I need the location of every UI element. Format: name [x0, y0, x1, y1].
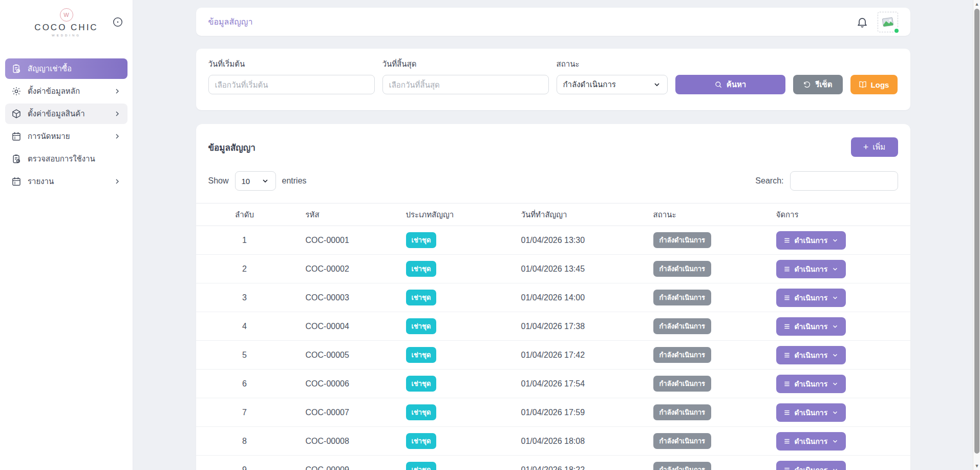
- notification-bell-icon[interactable]: [856, 16, 868, 28]
- sidebar-item-label: ตรวจสอบการใช้งาน: [28, 153, 121, 165]
- scrollbar-up-arrow[interactable]: ▲: [973, 0, 980, 8]
- vertical-scrollbar[interactable]: ▲ ▼: [973, 0, 980, 470]
- sidebar-item[interactable]: สัญญาเช่าซื้อ: [5, 58, 127, 79]
- section-title: ข้อมูลสัญญา: [208, 140, 255, 154]
- contracts-panel: ข้อมูลสัญญา + เพิ่ม Show 10 entries: [196, 124, 910, 470]
- refresh-icon: [803, 80, 811, 89]
- user-avatar[interactable]: [878, 12, 898, 32]
- contract-type-badge: เช่าชุด: [406, 462, 437, 470]
- status-badge: กำลังดำเนินการ: [653, 462, 712, 470]
- chevron-right-icon: [113, 87, 121, 95]
- contract-code: COC-00008: [293, 437, 394, 446]
- chevron-down-icon: [832, 409, 839, 416]
- table-search-input[interactable]: [790, 171, 898, 191]
- start-date-field: วันที่เริ่มต้น: [208, 58, 375, 94]
- chevron-down-icon: [832, 237, 839, 244]
- table-row: 7 COC-00007 เช่าชุด 01/04/2026 17:59 กำล…: [196, 398, 910, 427]
- sidebar: W COCO CHIC WEDDING สัญญาเช่าซื้อ ตั้งค่…: [0, 0, 133, 470]
- page-title: ข้อมูลสัญญา: [208, 15, 253, 28]
- sidebar-item[interactable]: ตั้งค่าข้อมูลหลัก: [5, 81, 127, 101]
- contract-type-badge: เช่าชุด: [406, 261, 437, 277]
- sidebar-item[interactable]: ตั้งค่าข้อมูลสินค้า: [5, 104, 127, 124]
- list-icon: [783, 352, 791, 359]
- contract-type-badge: เช่าชุด: [406, 404, 437, 420]
- row-number: 8: [196, 437, 293, 446]
- status-selected-value: กำลังดำเนินการ: [563, 78, 616, 91]
- status-label: สถานะ: [557, 58, 668, 70]
- row-number: 5: [196, 351, 293, 360]
- row-action-button[interactable]: ดำเนินการ: [776, 375, 846, 393]
- row-action-button[interactable]: ดำเนินการ: [776, 346, 846, 364]
- contract-code: COC-00002: [293, 264, 394, 274]
- contract-type-badge: เช่าชุด: [406, 433, 437, 449]
- scrollbar-down-arrow[interactable]: ▼: [973, 462, 980, 470]
- row-action-button[interactable]: ดำเนินการ: [776, 432, 846, 451]
- row-number: 1: [196, 236, 293, 245]
- chevron-right-icon: [113, 110, 121, 118]
- scrollbar-thumb[interactable]: [974, 9, 979, 454]
- row-number: 4: [196, 322, 293, 331]
- row-action-button[interactable]: ดำเนินการ: [776, 260, 846, 278]
- status-field: สถานะ กำลังดำเนินการ: [557, 58, 668, 94]
- show-label: Show: [208, 176, 229, 186]
- end-date-input[interactable]: [382, 75, 549, 94]
- table-row: 4 COC-00004 เช่าชุด 01/04/2026 17:38 กำล…: [196, 312, 910, 341]
- row-number: 3: [196, 293, 293, 302]
- contract-code: COC-00009: [293, 465, 394, 470]
- logs-button[interactable]: Logs: [850, 75, 898, 94]
- page-size-value: 10: [242, 177, 250, 186]
- table-body: 1 COC-00001 เช่าชุด 01/04/2026 13:30 กำล…: [196, 226, 910, 470]
- list-icon: [783, 466, 791, 470]
- online-status-dot: [893, 28, 900, 34]
- entries-label: entries: [282, 176, 307, 186]
- column-header: รหัส: [293, 209, 394, 221]
- contract-code: COC-00006: [293, 379, 394, 389]
- plus-icon: +: [863, 142, 869, 152]
- row-action-button[interactable]: ดำเนินการ: [776, 461, 846, 470]
- chevron-down-icon: [832, 352, 839, 359]
- contract-type-badge: เช่าชุด: [406, 347, 437, 363]
- contract-code: COC-00004: [293, 322, 394, 331]
- table-row: 5 COC-00005 เช่าชุด 01/04/2026 17:42 กำล…: [196, 341, 910, 370]
- sidebar-item-label: สัญญาเช่าซื้อ: [28, 63, 121, 75]
- table-row: 9 COC-00009 เช่าชุด 01/04/2026 18:22 กำล…: [196, 456, 910, 470]
- contract-date: 01/04/2026 13:30: [509, 236, 641, 245]
- page-size-select[interactable]: 10: [235, 171, 276, 191]
- search-button[interactable]: ค้นหา: [675, 75, 785, 94]
- add-button[interactable]: + เพิ่ม: [851, 137, 898, 157]
- book-icon: [859, 80, 867, 89]
- chevron-down-icon: [832, 380, 839, 387]
- sidebar-item[interactable]: การนัดหมาย: [5, 126, 127, 147]
- reset-button[interactable]: รีเซ็ต: [793, 75, 843, 94]
- chevron-down-icon: [261, 177, 269, 185]
- chevron-down-icon: [832, 438, 839, 445]
- table-row: 3 COC-00003 เช่าชุด 01/04/2026 14:00 กำล…: [196, 283, 910, 312]
- sidebar-item[interactable]: รายงาน: [5, 171, 127, 192]
- status-badge: กำลังดำเนินการ: [653, 376, 712, 392]
- contract-code: COC-00001: [293, 236, 394, 245]
- sidebar-item-label: รายงาน: [28, 175, 113, 188]
- status-badge: กำลังดำเนินการ: [653, 347, 712, 363]
- row-action-button[interactable]: ดำเนินการ: [776, 231, 846, 250]
- end-date-label: วันที่สิ้นสุด: [382, 58, 549, 70]
- row-action-button[interactable]: ดำเนินการ: [776, 317, 846, 336]
- sidebar-item[interactable]: ตรวจสอบการใช้งาน: [5, 149, 127, 169]
- status-badge: กำลังดำเนินการ: [653, 232, 712, 248]
- sidebar-collapse-icon[interactable]: [112, 16, 123, 28]
- status-select[interactable]: กำลังดำเนินการ: [557, 75, 668, 94]
- list-icon: [783, 294, 791, 301]
- row-action-button[interactable]: ดำเนินการ: [776, 403, 846, 422]
- end-date-field: วันที่สิ้นสุด: [382, 58, 549, 94]
- broken-image-icon: [880, 14, 895, 29]
- sidebar-menu: สัญญาเช่าซื้อ ตั้งค่าข้อมูลหลัก ตั้งค่าข…: [0, 58, 133, 192]
- contract-date: 01/04/2026 17:42: [509, 351, 641, 360]
- table-search-label: Search:: [755, 176, 783, 186]
- row-number: 9: [196, 465, 293, 470]
- chevron-down-icon: [653, 80, 661, 89]
- calendar-icon: [11, 176, 22, 187]
- row-action-button[interactable]: ดำเนินการ: [776, 289, 846, 307]
- chevron-right-icon: [113, 132, 121, 140]
- list-icon: [783, 323, 791, 330]
- box-icon: [11, 109, 22, 119]
- start-date-input[interactable]: [208, 75, 375, 94]
